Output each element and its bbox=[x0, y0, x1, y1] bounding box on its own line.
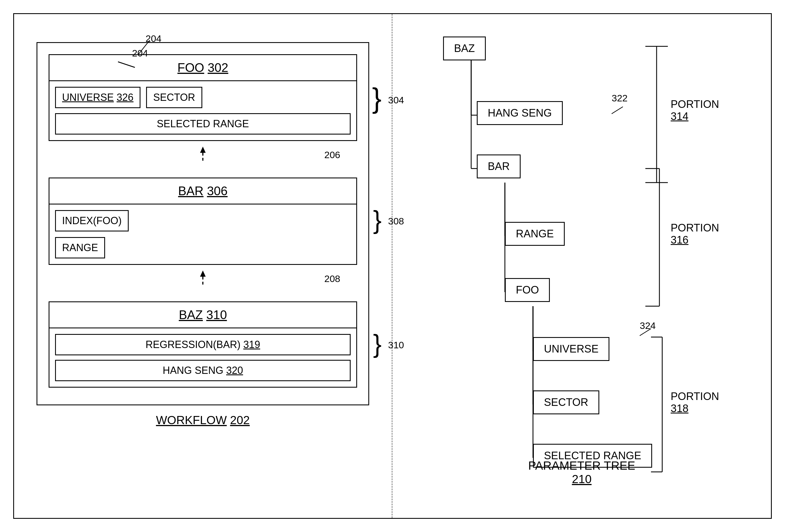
ref-324: 324 bbox=[640, 320, 656, 331]
hang-seng-node: HANG SENG bbox=[477, 101, 563, 125]
hang-seng-box: HANG SENG 320 bbox=[55, 360, 351, 381]
range-node: RANGE bbox=[505, 222, 565, 246]
regression-box: REGRESSION(BAR) 319 bbox=[55, 334, 351, 355]
range-box: RANGE bbox=[55, 237, 105, 258]
arrow-208 bbox=[196, 271, 210, 296]
bar-block: BAR 306 INDEX(FOO) RANGE } 308 bbox=[49, 178, 357, 265]
right-panel: BAZ HANG SENG 322 BAR PORTION 314 RANGE bbox=[392, 14, 771, 518]
baz-title: BAZ 310 bbox=[49, 302, 356, 328]
ref-204-label: 204 bbox=[146, 33, 161, 44]
ref-322: 322 bbox=[612, 93, 628, 104]
brace-304: } bbox=[372, 84, 382, 112]
bar-title: BAR 306 bbox=[49, 178, 356, 204]
universe-box: UNIVERSE 326 bbox=[55, 87, 141, 108]
foo-node: FOO bbox=[505, 278, 550, 302]
tree-area: BAZ HANG SENG 322 BAR PORTION 314 RANGE bbox=[415, 31, 749, 495]
ref-208: 208 bbox=[324, 273, 340, 284]
page: 204 204 FOO 302 UNIVE bbox=[13, 13, 772, 519]
portion-318-label: PORTION 318 bbox=[670, 390, 719, 414]
left-panel: 204 204 FOO 302 UNIVE bbox=[14, 14, 392, 518]
baz-node: BAZ bbox=[443, 36, 486, 60]
tree-label: PARAMETER TREE 210 bbox=[528, 459, 635, 486]
baz-block: BAZ 310 REGRESSION(BAR) 319 HANG SENG 32… bbox=[49, 301, 357, 388]
foo-inner: UNIVERSE 326 SECTOR SELECTED RANGE } 304 bbox=[49, 81, 356, 140]
bar-inner: INDEX(FOO) RANGE } 308 bbox=[49, 204, 356, 264]
foo-title: FOO 302 bbox=[49, 55, 356, 81]
svg-marker-2 bbox=[200, 147, 206, 153]
brace-308: } bbox=[373, 207, 382, 233]
arrow-206 bbox=[196, 147, 210, 172]
svg-marker-4 bbox=[200, 271, 206, 277]
foo-block: FOO 302 UNIVERSE 326 SECTOR SELECTED RAN… bbox=[49, 54, 357, 141]
ref-206: 206 bbox=[324, 149, 340, 160]
sector-box: SECTOR bbox=[146, 87, 202, 108]
index-foo-box: INDEX(FOO) bbox=[55, 210, 129, 231]
baz-inner: REGRESSION(BAR) 319 HANG SENG 320 } 310 bbox=[49, 328, 356, 387]
brace-310: } bbox=[373, 331, 382, 356]
universe-node: UNIVERSE bbox=[533, 337, 609, 361]
sector-node: SECTOR bbox=[533, 390, 599, 414]
portion-316-label: PORTION 316 bbox=[670, 222, 719, 246]
bar-node: BAR bbox=[477, 154, 521, 178]
selected-range-box: SELECTED RANGE bbox=[55, 113, 351, 134]
workflow-container: 204 FOO 302 UNIVERSE 326 SECTOR SELECTED… bbox=[36, 42, 369, 405]
portion-314-label: PORTION 314 bbox=[670, 98, 719, 123]
svg-line-31 bbox=[612, 107, 623, 114]
workflow-label: WORKFLOW 202 bbox=[156, 413, 250, 427]
